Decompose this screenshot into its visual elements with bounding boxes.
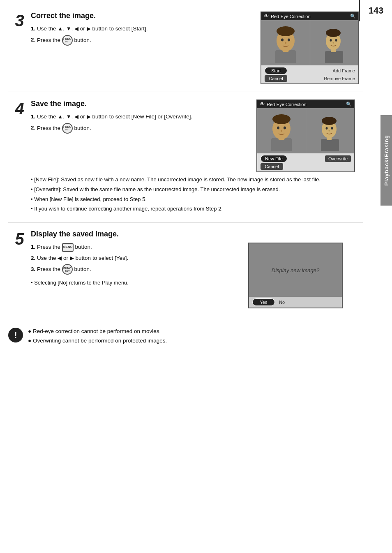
no-label: No [279, 300, 285, 305]
svg-point-27 [329, 130, 330, 132]
step-4-screen-buttons: New File Overwrite Cancel [257, 153, 354, 171]
step-4-title: Save the image. [31, 99, 250, 108]
step-5-screen-body: Display new image? [249, 243, 342, 297]
step-4-bullet-4: If you wish to continue correcting anoth… [31, 205, 363, 213]
step-3-screen-buttons: Start Add Frame Cancel Remove Frame [261, 65, 358, 83]
svg-point-25 [326, 127, 328, 130]
step-4-cancel-button: Cancel [261, 163, 283, 170]
step-4-instructions: Save the image. Use the ▲, ▼, ◀ or ▶ but… [31, 99, 256, 135]
menu-button-icon: MENU [62, 243, 74, 252]
step-4-bullet-2: [Overwrite]: Saved with the same file na… [31, 185, 363, 194]
s5-arrow-right: ▶ [70, 255, 74, 261]
step-5-image: Display new image? Yes No [248, 243, 355, 308]
svg-point-10 [326, 29, 341, 37]
step-3-btn-row-1: Start Add Frame [265, 67, 355, 74]
step-3-instruction-1: Use the ▲, ▼, ◀ or ▶ button to select [S… [31, 24, 248, 33]
zoom-icon: 🔍 [350, 14, 356, 19]
step-5-instructions: Press the MENU button. Use the ◀ or ▶ bu… [31, 243, 244, 275]
svg-point-19 [284, 127, 286, 130]
step-5-bullets: Selecting [No] returns to the Play menu. [31, 279, 244, 287]
step-4-instruction-2: Press the FUNC SET button. [31, 123, 250, 134]
step-4-bullet-1: [New File]: Saved as new file with a new… [31, 176, 363, 184]
svg-rect-7 [325, 51, 343, 63]
arrow-up-icon: ▲ [58, 25, 63, 32]
remove-frame-label: Remove Frame [324, 76, 355, 81]
step-3-screen: 👁 Red-Eye Correction 🔍 [261, 12, 359, 84]
step-3-screen-title: Red-Eye Correction [271, 14, 311, 19]
cancel-button: Cancel [265, 75, 287, 82]
or-text-1: or [80, 25, 85, 32]
step-4-row: 4 Save the image. Use the ▲, ▼, ◀ or ▶ b… [8, 92, 363, 222]
svg-point-12 [335, 39, 337, 42]
svg-point-20 [281, 130, 282, 132]
step-3-number: 3 [15, 12, 24, 29]
step-5-left: Press the MENU button. Use the ◀ or ▶ bu… [31, 243, 244, 289]
sidebar-tab-label: Playback/Erasing [383, 135, 390, 186]
svg-point-13 [333, 42, 334, 44]
s4-arrow-down: ▼ [66, 113, 71, 120]
step-3-content: Correct the image. Use the ▲, ▼, ◀ or ▶ … [31, 12, 256, 84]
s4-arrow-up: ▲ [58, 113, 63, 120]
yes-button: Yes [252, 298, 275, 306]
face-svg-left [271, 22, 300, 63]
s4-face-left [267, 110, 296, 151]
step-3-photo-left [261, 20, 310, 65]
svg-point-18 [277, 127, 279, 130]
step-4-photo-right [306, 108, 355, 153]
step-3-number-col: 3 [8, 12, 31, 84]
s4-or-text: or [80, 113, 85, 120]
step-4-photo-area [257, 108, 354, 153]
step-5-instruction-3: Press the FUNC SET button. [31, 264, 244, 275]
step-3-btn-row-2: Cancel Remove Frame [265, 75, 355, 82]
svg-rect-21 [321, 139, 339, 151]
step-5-bullet-1: Selecting [No] returns to the Play menu. [31, 279, 244, 287]
s4-arrow-left: ◀ [74, 113, 78, 120]
face-svg-right [322, 22, 346, 63]
step-4-btn-row-1: New File Overwrite [261, 155, 351, 162]
step-4-instr-list: Use the ▲, ▼, ◀ or ▶ button to select [N… [31, 112, 250, 134]
svg-rect-0 [275, 50, 296, 63]
step-5-content: Display the saved image. Press the MENU … [31, 230, 363, 308]
s5-or-text: or [63, 255, 68, 261]
step-4-instruction-1: Use the ▲, ▼, ◀ or ▶ button to select [N… [31, 112, 250, 121]
step-4-number-col: 4 [8, 99, 31, 117]
arrow-left-icon: ◀ [74, 25, 78, 32]
step-5-row: 5 Display the saved image. Press the MEN… [8, 222, 363, 316]
func-set-button-icon: FUNC SET [62, 35, 73, 46]
step-3-instructions: Use the ▲, ▼, ◀ or ▶ button to select [S… [31, 24, 248, 46]
new-file-button: New File [261, 155, 287, 162]
notes-section: ! Red-eye correction cannot be performed… [8, 320, 363, 350]
s4-zoom-icon: 🔍 [346, 102, 352, 107]
step-3-instruction-2: Press the FUNC SET button. [31, 35, 248, 46]
arrow-right-icon: ▶ [87, 25, 91, 32]
step-5-func-set-icon: FUNC SET [62, 264, 73, 275]
step-4-func-set-icon: FUNC SET [62, 123, 73, 134]
step-4-bullet-3: When [New File] is selected, proceed to … [31, 195, 363, 204]
main-content: 3 Correct the image. Use the ▲, ▼, ◀ or … [0, 0, 380, 358]
step-4-photo-left [257, 108, 306, 153]
svg-point-6 [285, 42, 286, 44]
step-5-title: Display the saved image. [31, 230, 355, 238]
step-3-image: 👁 Red-Eye Correction 🔍 [256, 12, 363, 84]
step-3-title: Correct the image. [31, 12, 248, 20]
step-3-photo-area [261, 20, 358, 65]
step-4-bullets-section: [New File]: Saved as new file with a new… [8, 172, 363, 215]
note-1: Red-eye correction cannot be performed o… [28, 327, 167, 336]
svg-point-26 [331, 127, 333, 130]
svg-point-5 [288, 39, 290, 42]
step-4-screen: 👁 Red-Eye Correction 🔍 [256, 99, 355, 172]
note-icon: ! [8, 328, 23, 342]
svg-point-24 [322, 117, 337, 125]
step-3-row: 3 Correct the image. Use the ▲, ▼, ◀ or … [8, 4, 363, 92]
step-4-btn-row-2: Cancel [261, 163, 351, 170]
svg-point-4 [281, 39, 284, 42]
note-2: Overwriting cannot be performed on prote… [28, 336, 167, 346]
step-5-instruction-2: Use the ◀ or ▶ button to select [Yes]. [31, 254, 244, 263]
add-frame-label: Add Frame [333, 68, 355, 73]
page-number-bar: 143 [359, 0, 392, 21]
step-4-bullets: [New File]: Saved as new file with a new… [31, 176, 363, 213]
notes-list: Red-eye correction cannot be performed o… [28, 327, 167, 346]
step-3-screen-topbar: 👁 Red-Eye Correction 🔍 [261, 12, 358, 20]
svg-point-3 [277, 26, 295, 36]
start-button: Start [265, 67, 287, 74]
